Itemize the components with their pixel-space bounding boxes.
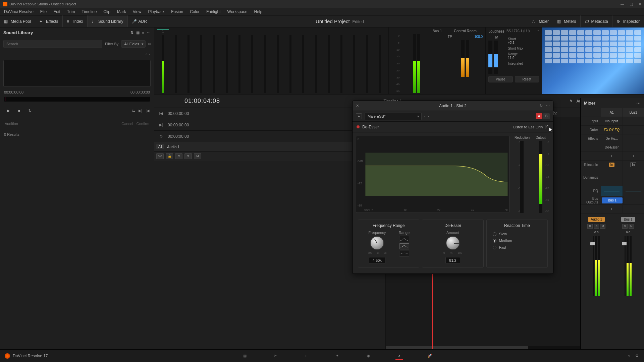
mixer-more-icon[interactable]: ⋯ [636, 101, 641, 106]
order-slot[interactable]: FX DY EQ [601, 126, 623, 134]
metadata-button[interactable]: 🏷Metadata [581, 15, 612, 27]
meters-button[interactable]: ▥Meters [553, 15, 581, 27]
maximize-button[interactable]: ▢ [630, 2, 633, 6]
filter-field-dropdown[interactable]: All Fields [121, 40, 146, 48]
more-icon[interactable]: ⋯ [535, 29, 539, 33]
fairlight-page-icon[interactable]: ♪ [395, 352, 403, 360]
list-view-icon[interactable]: ≡ [142, 31, 144, 35]
mute-button[interactable]: M [600, 224, 605, 229]
plugin-more-icon[interactable]: ⋯ [546, 104, 550, 108]
sort-icon[interactable]: ⇅ [130, 31, 133, 35]
frequency-knob[interactable] [370, 236, 384, 250]
skip-back-icon[interactable]: |◀ [146, 109, 149, 113]
audio-track-header[interactable]: A1 Audio 1 fx 0.0 🔒 R S M [154, 142, 385, 161]
sound-library-button[interactable]: ♪Sound Library [88, 15, 128, 27]
menu-item[interactable]: View [133, 9, 142, 14]
goto-out-icon[interactable]: ▶| [154, 123, 168, 127]
adr-button[interactable]: 🎤ADR [128, 15, 151, 27]
home-icon[interactable]: ⌂ [628, 354, 630, 358]
menu-item[interactable]: File [40, 9, 47, 14]
reset-plugin-icon[interactable]: ↻ [540, 104, 543, 108]
preset-prev-icon[interactable]: ‹ [424, 114, 426, 118]
menu-item[interactable]: Playback [148, 9, 164, 14]
duration-icon[interactable]: ⊘ [154, 134, 168, 138]
menu-item[interactable]: Workspace [227, 9, 248, 14]
loop-button[interactable]: ↻ [26, 107, 34, 114]
range-medium-button[interactable] [399, 243, 409, 249]
menu-item[interactable]: DaVinci Resolve [4, 9, 34, 14]
preset-next-icon[interactable]: › [428, 114, 429, 118]
next-icon[interactable]: › [149, 52, 150, 56]
dynamics-slot[interactable] [601, 169, 623, 186]
add-effect-button[interactable]: + [601, 152, 623, 160]
plugin-window[interactable]: ✕ Audio 1 - Slot 2 ↻⋯ + Male ESS* ‹› A B… [352, 101, 553, 274]
menu-item[interactable]: Edit [53, 9, 60, 14]
solo-button[interactable]: S [184, 153, 192, 159]
fader[interactable] [625, 236, 626, 296]
deliver-page-icon[interactable]: 🚀 [426, 352, 434, 360]
cut-page-icon[interactable]: ✂ [272, 352, 279, 360]
color-page-icon[interactable]: ◉ [365, 352, 372, 360]
media-pool-button[interactable]: ▦Media Pool [0, 15, 35, 27]
eq-slot[interactable] [601, 186, 623, 196]
edit-page-icon[interactable]: ⎍ [303, 352, 310, 360]
effects-button[interactable]: ✦Effects [35, 15, 62, 27]
reaction-slow-radio[interactable]: Slow [493, 232, 541, 236]
input-slot[interactable]: No Input [601, 117, 623, 125]
range-wide-button[interactable] [399, 251, 409, 257]
skip-fwd-icon[interactable]: ▶| [139, 109, 142, 113]
record-button[interactable]: R [587, 224, 593, 229]
listen-ess-checkbox[interactable] [545, 125, 549, 129]
effect-slot[interactable]: De-Esser [601, 143, 623, 152]
cancel-button[interactable]: Cancel [121, 122, 133, 126]
frequency-value[interactable]: 4.50k [369, 257, 385, 264]
amount-value[interactable]: 81.2 [445, 257, 460, 264]
reset-button[interactable]: Reset [515, 76, 539, 82]
record-button[interactable]: R [175, 153, 182, 159]
range-narrow-button[interactable] [399, 236, 409, 242]
timecode-display[interactable]: 01:00:04:08 [184, 98, 220, 105]
project-settings-icon[interactable]: ⚙ [635, 354, 639, 358]
menu-item[interactable]: Trim [67, 9, 75, 14]
menu-item[interactable]: Fusion [171, 9, 183, 14]
menu-item[interactable]: Mark [117, 9, 126, 14]
reaction-fast-radio[interactable]: Fast [493, 245, 541, 249]
menu-item[interactable]: Color [190, 9, 200, 14]
menu-item[interactable]: Fairlight [206, 9, 221, 14]
mixer-button[interactable]: ⎍Mixer [528, 15, 553, 27]
menu-item[interactable]: Clip [103, 9, 110, 14]
pause-button[interactable]: Pause [488, 76, 513, 82]
minimize-button[interactable]: — [621, 2, 624, 6]
mute-button[interactable]: M [194, 153, 201, 159]
menu-item[interactable]: Timeline [82, 9, 97, 14]
reaction-medium-radio[interactable]: Medium [493, 239, 541, 243]
eq-graph[interactable]: 00dB-12-18 500Hz1k2k4k8k [356, 136, 509, 213]
fader[interactable] [593, 236, 594, 296]
search-input[interactable] [3, 40, 102, 48]
confirm-button[interactable]: Confirm [136, 122, 149, 126]
menu-item[interactable]: Help [254, 9, 262, 14]
track-db[interactable]: 0.0 [156, 153, 164, 159]
lock-icon[interactable]: 🔒 [166, 153, 173, 159]
plugin-close-button[interactable]: ✕ [356, 104, 359, 108]
amount-knob[interactable] [446, 236, 460, 250]
stop-button[interactable]: ■ [15, 107, 23, 114]
automation-icon[interactable]: ↯ [570, 99, 573, 103]
prev-icon[interactable]: ‹ [146, 52, 147, 56]
plugin-power-button[interactable] [357, 125, 360, 128]
fusion-page-icon[interactable]: ✦ [334, 352, 341, 360]
bus-output[interactable]: Bus 1 [602, 197, 623, 203]
compare-b-button[interactable]: B [543, 113, 550, 119]
effects-in-toggle[interactable]: In [601, 161, 623, 169]
add-preset-button[interactable]: + [356, 113, 362, 119]
close-button[interactable]: ✕ [638, 2, 641, 6]
grid-view-icon[interactable]: ▦ [136, 31, 140, 35]
jog-icon[interactable]: ⇆ [132, 109, 135, 113]
goto-start-icon[interactable]: |◀ [154, 111, 168, 116]
solo-button[interactable]: S [594, 224, 599, 229]
play-button[interactable]: ▶ [5, 107, 12, 114]
index-button[interactable]: ≡Index [63, 15, 88, 27]
inspector-button[interactable]: ⚙Inspector [612, 15, 644, 27]
compare-a-button[interactable]: A [536, 113, 542, 119]
media-page-icon[interactable]: ▦ [241, 352, 249, 360]
